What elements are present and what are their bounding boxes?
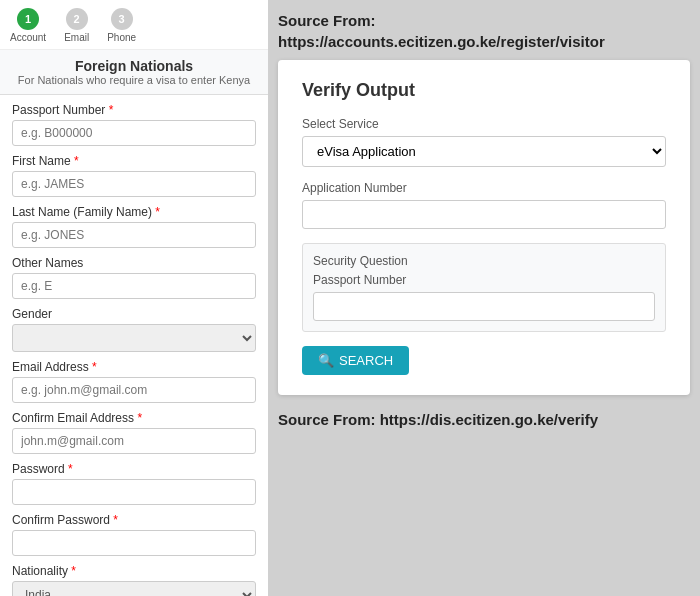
step-1-label: Account [10,32,46,43]
confirm-password-group: Confirm Password * [12,513,256,556]
nationality-group: Nationality * India Kenya USA [12,564,256,596]
foreign-nationals-subtitle: For Nationals who require a visa to ente… [10,74,258,86]
select-service-label: Select Service [302,117,666,131]
step-2-label: Email [64,32,89,43]
passport-input[interactable] [12,120,256,146]
nationality-label: Nationality * [12,564,256,578]
confirm-password-label: Confirm Password * [12,513,256,527]
password-label: Password * [12,462,256,476]
first-name-input[interactable] [12,171,256,197]
verify-output-title: Verify Output [302,80,666,101]
confirm-email-group: Confirm Email Address * [12,411,256,454]
foreign-nationals-title: Foreign Nationals [10,58,258,74]
last-name-input[interactable] [12,222,256,248]
step-1-circle: 1 [17,8,39,30]
gender-select[interactable]: Male Female [12,324,256,352]
security-question-label: Security Question [313,254,655,268]
source-top-text: Source From: https://accounts.ecitizen.g… [278,10,690,52]
application-number-input[interactable] [302,200,666,229]
password-group: Password * [12,462,256,505]
confirm-password-input[interactable] [12,530,256,556]
other-names-group: Other Names [12,256,256,299]
step-2-circle: 2 [66,8,88,30]
last-name-label: Last Name (Family Name) * [12,205,256,219]
application-number-label: Application Number [302,181,666,195]
passport-group: Passport Number * [12,103,256,146]
email-group: Email Address * [12,360,256,403]
right-panel: Source From: https://accounts.ecitizen.g… [268,0,700,596]
nationality-select[interactable]: India Kenya USA [12,581,256,596]
registration-form: Passport Number * First Name * Last Name… [0,95,268,596]
search-button[interactable]: 🔍 SEARCH [302,346,409,375]
stepper: 1 Account 2 Email 3 Phone [0,0,268,50]
search-icon: 🔍 [318,353,334,368]
source-bottom-text: Source From: https://dis.ecitizen.go.ke/… [278,411,690,428]
select-service-group: Select Service eVisa Application [302,117,666,167]
other-names-label: Other Names [12,256,256,270]
first-name-label: First Name * [12,154,256,168]
gender-group: Gender Male Female [12,307,256,352]
passport-number-input[interactable] [313,292,655,321]
verify-output-card: Verify Output Select Service eVisa Appli… [278,60,690,395]
step-1: 1 Account [10,8,46,43]
foreign-nationals-header: Foreign Nationals For Nationals who requ… [0,50,268,95]
security-question-box: Security Question Passport Number [302,243,666,332]
passport-number-label: Passport Number [313,273,655,287]
confirm-email-input[interactable] [12,428,256,454]
search-button-label: SEARCH [339,353,393,368]
left-panel: 1 Account 2 Email 3 Phone Foreign Nation… [0,0,268,596]
confirm-email-label: Confirm Email Address * [12,411,256,425]
select-service-dropdown[interactable]: eVisa Application [302,136,666,167]
gender-label: Gender [12,307,256,321]
other-names-input[interactable] [12,273,256,299]
step-3-label: Phone [107,32,136,43]
step-3-circle: 3 [111,8,133,30]
first-name-group: First Name * [12,154,256,197]
password-input[interactable] [12,479,256,505]
step-2: 2 Email [64,8,89,43]
email-input[interactable] [12,377,256,403]
passport-label: Passport Number * [12,103,256,117]
email-label: Email Address * [12,360,256,374]
application-number-group: Application Number [302,181,666,229]
step-3: 3 Phone [107,8,136,43]
last-name-group: Last Name (Family Name) * [12,205,256,248]
